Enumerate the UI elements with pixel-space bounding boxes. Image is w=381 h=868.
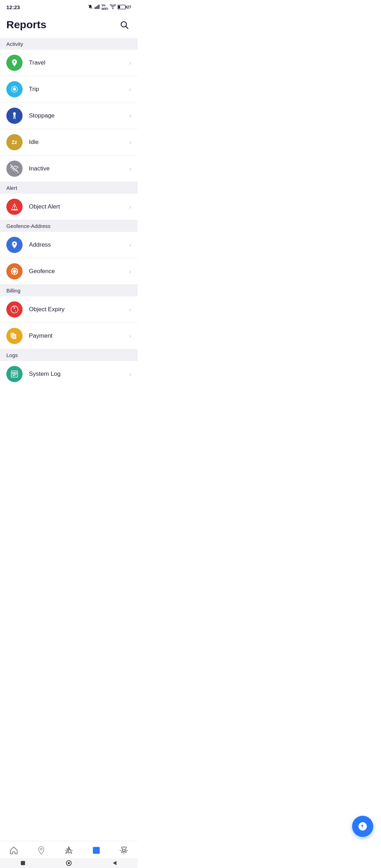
list-item-inactive[interactable]: Inactive › bbox=[0, 156, 138, 182]
list-item-object-expiry[interactable]: $ ! Object Expiry › bbox=[0, 296, 138, 323]
trip-icon bbox=[6, 81, 23, 97]
stoppage-chevron: › bbox=[129, 112, 131, 120]
list-item-payment[interactable]: Payment › bbox=[0, 323, 138, 349]
trip-chevron: › bbox=[129, 86, 131, 93]
svg-rect-34 bbox=[15, 372, 17, 374]
section-geofence-header: Geofence-Address bbox=[0, 220, 138, 232]
svg-rect-5 bbox=[99, 4, 100, 9]
inactive-chevron: › bbox=[129, 165, 131, 173]
address-chevron: › bbox=[129, 241, 131, 249]
vowifi-label: VoWiFi bbox=[102, 4, 108, 11]
geofence-chevron: › bbox=[129, 268, 131, 275]
svg-text:Zz: Zz bbox=[12, 139, 17, 145]
list-item-object-alert[interactable]: Object Alert › bbox=[0, 194, 138, 220]
section-billing-header: Billing bbox=[0, 285, 138, 296]
status-bar: 12:23 VoWiFi bbox=[0, 0, 138, 13]
idle-label: Idle bbox=[29, 139, 129, 146]
system-log-label: System Log bbox=[29, 370, 129, 378]
payment-chevron: › bbox=[129, 332, 131, 340]
battery-icon: 27 bbox=[117, 5, 131, 10]
page-title: Reports bbox=[6, 19, 46, 31]
list-item-travel[interactable]: Travel › bbox=[0, 50, 138, 76]
section-activity-header: Activity bbox=[0, 38, 138, 50]
svg-rect-8 bbox=[126, 6, 126, 8]
system-log-chevron: › bbox=[129, 370, 131, 378]
geofence-icon bbox=[6, 263, 23, 279]
list-item-system-log[interactable]: System Log › bbox=[0, 361, 138, 387]
svg-point-18 bbox=[13, 243, 16, 245]
status-icons: VoWiFi 27 bbox=[87, 4, 131, 11]
svg-point-13 bbox=[14, 87, 15, 89]
svg-rect-1 bbox=[95, 7, 95, 9]
idle-icon: Zz bbox=[6, 134, 23, 150]
stoppage-icon bbox=[6, 108, 23, 124]
payment-icon bbox=[6, 328, 23, 344]
inactive-label: Inactive bbox=[29, 165, 129, 172]
object-expiry-icon: $ ! bbox=[6, 301, 23, 318]
section-alert-header: Alert bbox=[0, 182, 138, 194]
svg-text:!: ! bbox=[15, 309, 16, 313]
mute-icon bbox=[87, 4, 93, 11]
svg-line-11 bbox=[126, 26, 128, 29]
status-time: 12:23 bbox=[6, 4, 20, 10]
wifi-icon bbox=[110, 4, 116, 10]
list-item-stoppage[interactable]: Stoppage › bbox=[0, 103, 138, 129]
search-button[interactable] bbox=[117, 18, 131, 32]
travel-chevron: › bbox=[129, 59, 131, 67]
inactive-icon bbox=[6, 161, 23, 177]
svg-point-6 bbox=[112, 8, 113, 9]
list-item-geofence[interactable]: Geofence › bbox=[0, 258, 138, 285]
trip-label: Trip bbox=[29, 86, 129, 93]
list-item-trip[interactable]: Trip › bbox=[0, 76, 138, 103]
signal-icon bbox=[95, 4, 100, 10]
svg-rect-2 bbox=[96, 6, 96, 9]
stoppage-label: Stoppage bbox=[29, 112, 129, 119]
svg-rect-3 bbox=[97, 5, 98, 9]
object-expiry-label: Object Expiry bbox=[29, 306, 129, 313]
object-expiry-chevron: › bbox=[129, 306, 131, 313]
address-label: Address bbox=[29, 241, 129, 248]
idle-chevron: › bbox=[129, 139, 131, 146]
content: Activity Travel › Trip › St bbox=[0, 38, 138, 433]
payment-label: Payment bbox=[29, 332, 129, 339]
travel-icon bbox=[6, 55, 23, 71]
search-icon bbox=[120, 20, 129, 29]
svg-rect-32 bbox=[11, 371, 18, 377]
geofence-label: Geofence bbox=[29, 268, 129, 275]
address-icon bbox=[6, 237, 23, 253]
list-item-idle[interactable]: Zz Idle › bbox=[0, 129, 138, 156]
list-item-address[interactable]: Address › bbox=[0, 232, 138, 258]
object-alert-icon bbox=[6, 199, 23, 215]
svg-rect-4 bbox=[98, 5, 99, 9]
svg-rect-29 bbox=[13, 334, 16, 339]
section-logs-header: Logs bbox=[0, 349, 138, 361]
system-log-icon bbox=[6, 366, 23, 382]
battery-level: 27 bbox=[127, 5, 131, 9]
svg-rect-33 bbox=[12, 372, 14, 374]
travel-label: Travel bbox=[29, 59, 129, 66]
svg-rect-9 bbox=[118, 6, 120, 8]
object-alert-label: Object Alert bbox=[29, 203, 129, 210]
object-alert-chevron: › bbox=[129, 203, 131, 211]
header: Reports bbox=[0, 13, 138, 38]
